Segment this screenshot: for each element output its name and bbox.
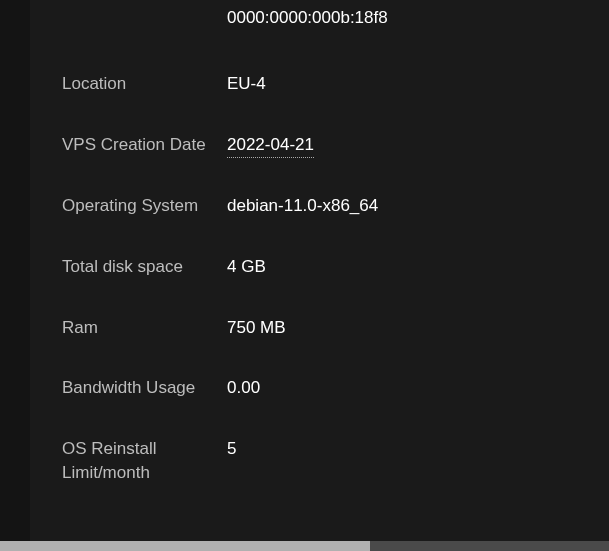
info-row-reinstall-limit: OS Reinstall Limit/month 5: [62, 419, 589, 504]
label-reinstall-limit: OS Reinstall Limit/month: [62, 437, 227, 486]
ipv6-fragment-value: 0000:0000:000b:18f8: [62, 0, 589, 54]
info-row-creation-date: VPS Creation Date 2022-04-21: [62, 115, 589, 177]
label-creation-date: VPS Creation Date: [62, 133, 227, 158]
info-row-os: Operating System debian-11.0-x86_64: [62, 176, 589, 237]
label-ram: Ram: [62, 316, 227, 341]
info-row-ram: Ram 750 MB: [62, 298, 589, 359]
value-os: debian-11.0-x86_64: [227, 194, 378, 219]
info-row-bandwidth: Bandwidth Usage 0.00: [62, 358, 589, 419]
info-row-disk: Total disk space 4 GB: [62, 237, 589, 298]
value-ram: 750 MB: [227, 316, 286, 341]
sidebar-edge: [0, 0, 30, 551]
vps-info-panel: 0000:0000:000b:18f8 Location EU-4 VPS Cr…: [0, 0, 609, 504]
value-location: EU-4: [227, 72, 266, 97]
label-os: Operating System: [62, 194, 227, 219]
value-bandwidth: 0.00: [227, 376, 260, 401]
label-disk: Total disk space: [62, 255, 227, 280]
value-creation-date[interactable]: 2022-04-21: [227, 133, 314, 159]
label-location: Location: [62, 72, 227, 97]
scrollbar-thumb[interactable]: [0, 541, 370, 551]
info-row-location: Location EU-4: [62, 54, 589, 115]
value-disk: 4 GB: [227, 255, 266, 280]
value-reinstall-limit: 5: [227, 437, 236, 462]
scrollbar-track[interactable]: [370, 541, 609, 551]
label-bandwidth: Bandwidth Usage: [62, 376, 227, 401]
